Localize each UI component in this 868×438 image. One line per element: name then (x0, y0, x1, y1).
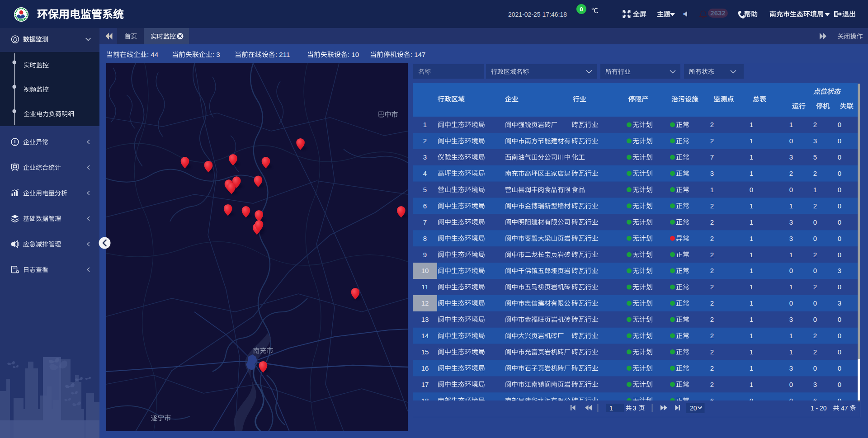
svg-text:14: 14 (421, 332, 429, 339)
svg-text:1: 1 (789, 202, 793, 210)
svg-text:: 211: : 211 (275, 51, 290, 58)
svg-text:0: 0 (838, 348, 841, 356)
svg-text:2: 2 (813, 348, 817, 356)
svg-text:1: 1 (750, 364, 753, 372)
svg-text:2: 2 (813, 332, 817, 339)
svg-text:1: 1 (750, 137, 753, 145)
svg-text:17: 17 (421, 381, 429, 388)
svg-text:0: 0 (813, 235, 817, 242)
svg-text:1: 1 (750, 202, 753, 210)
svg-text:2632: 2632 (710, 9, 725, 17)
svg-text:1: 1 (813, 186, 817, 193)
svg-text:2: 2 (710, 137, 714, 145)
svg-text:0: 0 (789, 267, 793, 274)
svg-text:0: 0 (838, 202, 841, 210)
svg-text:2: 2 (710, 267, 714, 274)
svg-text:0: 0 (838, 170, 841, 177)
svg-text:1: 1 (750, 153, 753, 161)
svg-text:1: 1 (750, 299, 753, 307)
svg-text:: 10: : 10 (348, 51, 359, 58)
svg-text:: 44: : 44 (147, 51, 158, 58)
svg-text:12: 12 (421, 299, 429, 307)
svg-text:0: 0 (838, 153, 841, 161)
svg-text:11: 11 (421, 283, 429, 291)
svg-text:3: 3 (838, 299, 841, 307)
svg-text:1: 1 (750, 267, 753, 274)
svg-text:0: 0 (789, 186, 793, 193)
svg-text:2: 2 (710, 348, 714, 356)
svg-text:2: 2 (813, 251, 817, 259)
svg-text:0: 0 (838, 381, 841, 388)
svg-text:2: 2 (710, 283, 714, 291)
svg-text:3: 3 (789, 218, 793, 226)
svg-text:: 3: : 3 (212, 51, 220, 58)
svg-text:1: 1 (750, 251, 753, 259)
svg-text:2: 2 (710, 251, 714, 259)
svg-text:0: 0 (813, 364, 817, 372)
svg-text:1: 1 (750, 218, 753, 226)
svg-text:1: 1 (423, 121, 427, 128)
svg-text:0: 0 (838, 316, 841, 323)
svg-text:7: 7 (710, 153, 714, 161)
svg-text:1: 1 (789, 251, 793, 259)
svg-text:2021-02-25 17:46:18: 2021-02-25 17:46:18 (508, 11, 567, 18)
svg-text:2: 2 (789, 170, 793, 177)
svg-text:0: 0 (813, 267, 817, 274)
svg-text:1: 1 (750, 332, 753, 339)
svg-text:0: 0 (813, 299, 817, 307)
svg-text:16: 16 (421, 364, 429, 372)
svg-text:15: 15 (421, 348, 429, 356)
svg-text:1: 1 (789, 121, 793, 128)
svg-text:5: 5 (813, 153, 817, 161)
svg-text:2: 2 (710, 299, 714, 307)
svg-text:1: 1 (609, 405, 613, 412)
svg-text:3: 3 (710, 170, 714, 177)
svg-text:2: 2 (710, 332, 714, 339)
svg-text:2: 2 (710, 381, 714, 388)
svg-text:2: 2 (710, 121, 714, 128)
svg-text:3: 3 (813, 381, 817, 388)
svg-text:0: 0 (789, 137, 793, 145)
svg-text:1: 1 (750, 121, 753, 128)
svg-text:1: 1 (789, 348, 793, 356)
svg-text:0: 0 (838, 186, 841, 193)
svg-text:0: 0 (838, 121, 841, 128)
svg-text:0: 0 (813, 218, 817, 226)
svg-text:2: 2 (813, 170, 817, 177)
svg-text:3: 3 (789, 153, 793, 161)
svg-text:10: 10 (421, 267, 429, 274)
svg-text:0: 0 (838, 251, 841, 259)
svg-text:0: 0 (838, 332, 841, 339)
svg-text:1: 1 (750, 283, 753, 291)
svg-text:0: 0 (789, 299, 793, 307)
svg-text:0: 0 (838, 364, 841, 372)
svg-text:1: 1 (750, 235, 753, 242)
svg-text:6: 6 (423, 202, 427, 210)
svg-text:47: 47 (841, 405, 848, 412)
svg-text:2: 2 (710, 316, 714, 323)
svg-text:3: 3 (838, 267, 841, 274)
svg-text:2: 2 (813, 283, 817, 291)
svg-text:3: 3 (813, 137, 817, 145)
svg-text:2: 2 (710, 364, 714, 372)
svg-text:1: 1 (811, 405, 814, 412)
svg-text:8: 8 (423, 235, 427, 242)
svg-text:0: 0 (789, 381, 793, 388)
svg-text:2: 2 (813, 121, 817, 128)
svg-text:0: 0 (580, 6, 583, 13)
svg-text:3: 3 (789, 364, 793, 372)
svg-text:2: 2 (423, 137, 427, 145)
svg-text:2: 2 (710, 202, 714, 210)
svg-text:0: 0 (838, 235, 841, 242)
svg-text:20: 20 (820, 405, 827, 412)
svg-text:: 147: : 147 (410, 51, 425, 58)
svg-text:1: 1 (789, 283, 793, 291)
svg-text:1: 1 (750, 316, 753, 323)
svg-text:1: 1 (789, 332, 793, 339)
svg-text:0: 0 (838, 218, 841, 226)
svg-text:1: 1 (710, 186, 714, 193)
svg-text:9: 9 (423, 251, 427, 259)
svg-text:0: 0 (750, 186, 753, 193)
svg-text:1: 1 (750, 381, 753, 388)
svg-text:3: 3 (789, 235, 793, 242)
